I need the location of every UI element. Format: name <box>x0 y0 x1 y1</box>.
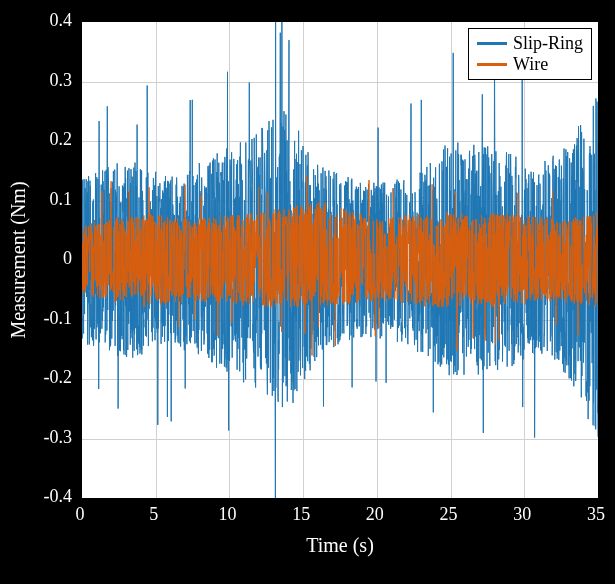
legend-entry-slip-ring: Slip-Ring <box>477 33 583 54</box>
data-layer <box>82 22 598 498</box>
y-tick-label: -0.2 <box>44 367 73 388</box>
legend-label-wire: Wire <box>513 54 548 75</box>
legend-swatch-wire <box>477 63 507 66</box>
legend-swatch-slip-ring <box>477 42 507 45</box>
legend-entry-wire: Wire <box>477 54 583 75</box>
y-tick-label: 0.4 <box>50 10 73 31</box>
legend-label-slip-ring: Slip-Ring <box>513 33 583 54</box>
x-tick-label: 35 <box>587 504 605 525</box>
y-axis-label: Measurement (Nm) <box>7 181 30 338</box>
chart-container: Slip-Ring Wire Time (s) Measurement (Nm)… <box>0 0 615 584</box>
y-tick-label: 0 <box>63 248 72 269</box>
x-tick-label: 15 <box>292 504 310 525</box>
x-tick-label: 25 <box>440 504 458 525</box>
x-tick-label: 30 <box>513 504 531 525</box>
legend: Slip-Ring Wire <box>468 28 592 80</box>
y-tick-label: 0.2 <box>50 129 73 150</box>
y-tick-label: -0.1 <box>44 307 73 328</box>
y-tick-label: -0.4 <box>44 486 73 507</box>
y-tick-label: 0.1 <box>50 188 73 209</box>
y-tick-label: -0.3 <box>44 426 73 447</box>
y-tick-label: 0.3 <box>50 69 73 90</box>
x-axis-label: Time (s) <box>306 534 374 557</box>
x-tick-label: 0 <box>76 504 85 525</box>
x-tick-label: 10 <box>218 504 236 525</box>
x-tick-label: 20 <box>366 504 384 525</box>
x-tick-label: 5 <box>149 504 158 525</box>
plot-area: Slip-Ring Wire <box>80 20 600 500</box>
